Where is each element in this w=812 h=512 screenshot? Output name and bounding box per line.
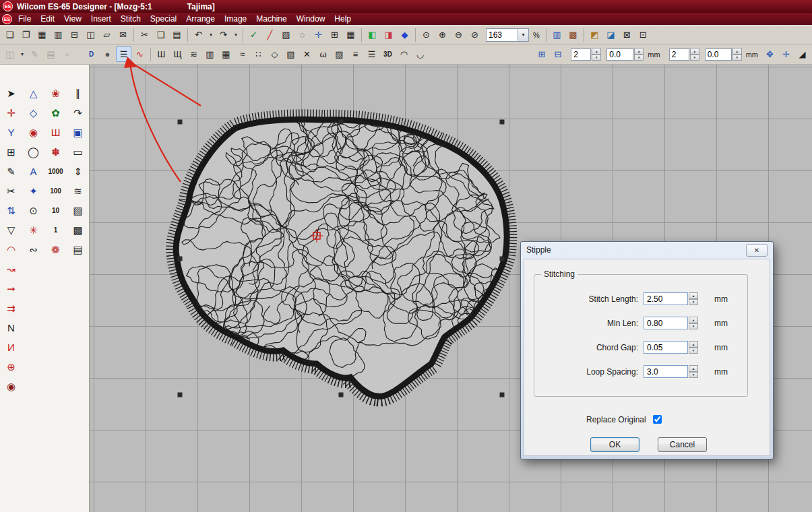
motif-tool[interactable]: ✿ bbox=[46, 104, 65, 121]
arch-distort-button[interactable]: ◠ bbox=[396, 46, 412, 62]
target-tool[interactable]: ◉ bbox=[24, 124, 42, 141]
design-palette-button[interactable]: ◆ bbox=[397, 27, 412, 42]
outline-offset-spin-buttons[interactable]: ▲ ▼ bbox=[634, 48, 644, 61]
branch-tool[interactable]: Y bbox=[2, 124, 20, 141]
selection-handle[interactable] bbox=[178, 257, 183, 261]
grid-reference-button[interactable]: ⊞ bbox=[327, 27, 342, 42]
show-grid-button[interactable]: ▩ bbox=[565, 27, 581, 42]
chord-gap-spinner[interactable]: ▲ ▼ bbox=[689, 341, 698, 354]
layers-tool[interactable]: ▤ bbox=[69, 241, 87, 258]
copy-button[interactable]: ❑ bbox=[153, 27, 168, 42]
artistic-view-button[interactable]: ● bbox=[100, 46, 115, 62]
ellipse-tool[interactable]: ◯ bbox=[24, 143, 42, 160]
min-len-spinner[interactable]: ▲ ▼ bbox=[689, 317, 698, 329]
save-design-button[interactable]: ▦ bbox=[34, 27, 50, 42]
min-len-input[interactable] bbox=[644, 317, 688, 329]
outline-offset-spinner[interactable]: ▲ ▼ bbox=[606, 48, 644, 61]
sag-distort-button[interactable]: ◡ bbox=[412, 46, 428, 62]
center-point-tool[interactable]: ⊙ bbox=[24, 202, 42, 219]
color-film-button[interactable]: ◧ bbox=[365, 27, 380, 42]
spin-down-icon[interactable]: ▼ bbox=[634, 55, 644, 61]
ripple-fill-button[interactable]: ≈ bbox=[235, 46, 250, 62]
redo-dropdown-button[interactable]: ▾ bbox=[232, 27, 240, 42]
selection-handle[interactable] bbox=[500, 257, 505, 261]
wedge-tool[interactable]: ▽ bbox=[2, 222, 20, 238]
curve-tool[interactable]: ◠ bbox=[2, 241, 20, 258]
export-machine-file-button[interactable]: ▱ bbox=[99, 27, 115, 42]
ornament-tool[interactable]: ✦ bbox=[24, 183, 42, 199]
color-blend-tool[interactable]: ❀ bbox=[46, 85, 65, 102]
dot-fill-button[interactable]: ∷ bbox=[251, 46, 266, 62]
weave-fill-button[interactable]: ▦ bbox=[218, 46, 234, 62]
design-properties-button[interactable]: ◫ bbox=[2, 46, 18, 62]
select-tool[interactable]: ➤ bbox=[2, 85, 20, 102]
stitch-length-1-tool[interactable]: 1 bbox=[46, 222, 65, 238]
border-count-spin-buttons[interactable]: ▲ ▼ bbox=[690, 48, 699, 61]
scissors-tool[interactable]: ✂ bbox=[2, 183, 20, 199]
menu-item-insert[interactable]: Insert bbox=[86, 13, 116, 24]
print-button[interactable]: ⊟ bbox=[67, 27, 82, 42]
freehand-tool[interactable]: ✎ bbox=[2, 163, 20, 180]
send-to-machine-button[interactable]: ✉ bbox=[115, 27, 131, 42]
arc-tool[interactable]: ↷ bbox=[69, 104, 87, 121]
contour-fill-button[interactable]: ◇ bbox=[267, 46, 282, 62]
edit-object-button[interactable]: ✎ bbox=[27, 46, 42, 62]
dialog-title-bar[interactable]: Stipple ✕ bbox=[521, 242, 773, 258]
menu-item-file[interactable]: File bbox=[13, 13, 36, 24]
spin-up-icon[interactable]: ▲ bbox=[689, 292, 698, 299]
object-list-button[interactable]: ▤ bbox=[43, 46, 59, 62]
menu-item-image[interactable]: Image bbox=[220, 13, 251, 24]
dock-view-button[interactable]: ⊡ bbox=[635, 27, 651, 42]
spin-down-icon[interactable]: ▼ bbox=[690, 55, 699, 61]
zoom-combo[interactable]: ▾ bbox=[486, 28, 529, 42]
undo-button[interactable]: ↶ bbox=[191, 27, 206, 42]
zoom-input[interactable] bbox=[487, 30, 518, 40]
rosette-tool[interactable]: ❁ bbox=[46, 241, 65, 258]
fringe-effect-button[interactable]: Ш bbox=[154, 46, 169, 62]
spin-up-icon[interactable]: ▲ bbox=[689, 317, 698, 323]
stitch-length-spinner[interactable]: ▲ ▼ bbox=[689, 292, 698, 305]
overview-window-button[interactable]: ▥ bbox=[549, 27, 565, 42]
reshape-tool[interactable]: △ bbox=[24, 85, 42, 102]
hatch-tool[interactable]: ∥ bbox=[69, 85, 87, 102]
fringe-border-button[interactable]: Щ bbox=[170, 46, 185, 62]
double-run-tool[interactable]: ⇉ bbox=[2, 300, 20, 317]
fill-b-tool[interactable]: ▩ bbox=[69, 222, 87, 238]
star-stitch-tool[interactable]: ✽ bbox=[46, 143, 65, 160]
replace-original-checkbox[interactable] bbox=[653, 415, 662, 424]
arrow-run-tool[interactable]: ➞ bbox=[2, 280, 20, 297]
move-design-button[interactable]: ✛ bbox=[778, 46, 794, 62]
border-count-spinner[interactable]: ▲ ▼ bbox=[669, 48, 699, 61]
tatami-fill-button[interactable]: ▥ bbox=[202, 46, 218, 62]
cut-button[interactable]: ✂ bbox=[137, 27, 152, 42]
outline-offset-input[interactable] bbox=[606, 49, 633, 61]
menu-item-edit[interactable]: Edit bbox=[36, 13, 59, 24]
layered-lines-button[interactable]: ☰ bbox=[364, 46, 379, 62]
stitch-table-button[interactable]: ▦ bbox=[343, 27, 358, 42]
close-view-button[interactable]: ⊠ bbox=[619, 27, 635, 42]
undo-dropdown-button[interactable]: ▾ bbox=[207, 27, 215, 42]
star-tool[interactable]: ✳ bbox=[24, 222, 42, 238]
entry-point-tool[interactable]: ⊕ bbox=[2, 358, 20, 375]
spin-up-icon[interactable]: ▲ bbox=[634, 48, 644, 55]
save-all-button[interactable]: ▥ bbox=[51, 27, 66, 42]
border-offset-spin-buttons[interactable]: ▲ ▼ bbox=[732, 48, 742, 61]
rectangle-tool[interactable]: ▭ bbox=[69, 143, 87, 160]
close-icon[interactable]: ✕ bbox=[746, 244, 768, 257]
zoom-dropdown-button[interactable]: ▾ bbox=[518, 29, 528, 41]
length-arrows-tool[interactable]: ⇕ bbox=[69, 163, 87, 180]
selection-handle[interactable] bbox=[178, 120, 183, 125]
zoom-box-button[interactable]: ⊙ bbox=[418, 27, 434, 42]
loop-spacing-input[interactable] bbox=[644, 365, 688, 378]
new-design-button[interactable]: ❏ bbox=[2, 27, 18, 42]
cross-stitch-button[interactable]: ✕ bbox=[299, 46, 315, 62]
spacing-tool[interactable]: ≋ bbox=[69, 183, 87, 199]
selection-handle[interactable] bbox=[339, 120, 344, 125]
redo-button[interactable]: ↷ bbox=[216, 27, 231, 42]
spin-down-icon[interactable]: ▼ bbox=[689, 348, 698, 354]
placeholder-button[interactable]: ▫ bbox=[59, 46, 75, 62]
stipple-presets-button[interactable]: ☰ bbox=[116, 46, 131, 62]
fringe-tool[interactable]: Ш bbox=[46, 124, 65, 141]
spin-up-icon[interactable]: ▲ bbox=[689, 341, 698, 348]
meander-tool[interactable]: ↝ bbox=[2, 261, 20, 278]
